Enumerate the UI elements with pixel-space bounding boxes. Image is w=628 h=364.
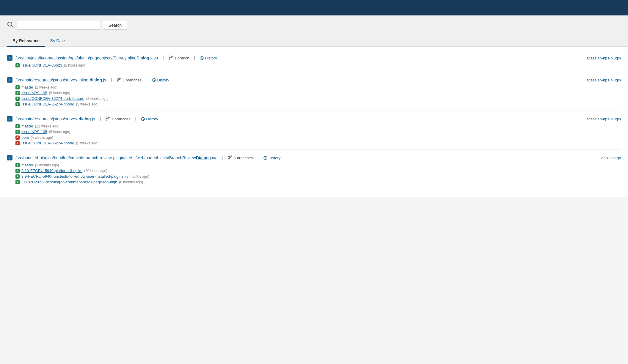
repo-name-3: atlassian-nps-plugin — [586, 117, 621, 121]
search-bar: dialog Search — [0, 15, 628, 35]
branch-item-name[interactable]: issue/NPS-105 — [21, 130, 47, 134]
branch-count: 3 branches — [123, 78, 142, 82]
separator: | — [163, 56, 164, 60]
branch-item-name[interactable]: 3.9-FECRU-5940-functests-for-empty-user-… — [21, 174, 123, 179]
tab-by-relevance[interactable]: By Relevance — [7, 35, 45, 47]
branch-item-name[interactable]: FECRU-5859-scrolling-to-comment-scroll-p… — [21, 180, 117, 184]
path-highlight: Dialog — [136, 56, 149, 60]
branch-item: +master(11 weeks ago) — [15, 124, 621, 128]
result-header-3: +/src/main/resources/js/nps/survey-dialo… — [7, 116, 621, 122]
branch-item-time: (5 weeks ago) — [76, 141, 98, 145]
branch-item-name[interactable]: issue/CONFDEV-35274-phong — [21, 102, 74, 106]
repo-name-1: atlassian-nps-plugin — [586, 56, 621, 60]
branch-info-1: 1 branch — [169, 56, 189, 61]
result-header-4: +/src/bundled-plugins/bundled/crucible-b… — [7, 155, 621, 160]
search-icon — [7, 21, 14, 29]
branch-item-name[interactable]: issue/CONFDEV-35274-phong — [21, 141, 74, 145]
branch-item: +issue/CONFDEV-36623(2 hours ago) — [15, 63, 621, 67]
result-header-1: +/src/test/java/it/com/atlassian/nps/plu… — [7, 55, 621, 61]
branch-item-time: (3 months ago) — [35, 163, 59, 167]
branch-item-name[interactable]: issue/NPS-105 — [21, 91, 47, 95]
path-highlight: dialog — [90, 78, 102, 82]
file-path-link-2[interactable]: /src/main/resources/js/nps/survey-inline… — [15, 78, 106, 82]
search-input[interactable]: dialog — [17, 21, 100, 30]
branch-list-2: +master(2 weeks ago)+issue/NPS-105(5 hou… — [15, 85, 621, 106]
branch-item-name[interactable]: 3.10-FECRU-5949-platform-3-spike — [21, 168, 82, 173]
branch-item-icon-green: + — [15, 169, 20, 173]
branch-item-icon-green: + — [15, 163, 20, 167]
result-item-1: +/src/test/java/it/com/atlassian/nps/plu… — [7, 50, 621, 72]
top-bar — [0, 0, 628, 15]
branch-item: +issue/CONFDEV-35274-phong(5 weeks ago) — [15, 141, 621, 145]
branch-item-name[interactable]: master — [21, 124, 33, 128]
branch-item-icon-green: + — [15, 63, 20, 67]
branch-item-time: (5 hours ago) — [49, 91, 70, 95]
search-button[interactable]: Search — [103, 21, 127, 30]
file-icon-4: + — [7, 155, 12, 160]
branch-item: +master(3 months ago) — [15, 163, 621, 167]
file-path-link-4[interactable]: /src/bundled-plugins/bundled/crucible-br… — [15, 155, 217, 160]
branch-item-time: (2 weeks ago) — [35, 85, 57, 89]
history-link-4[interactable]: History — [263, 156, 280, 160]
branch-item-icon-green: + — [15, 180, 20, 184]
branch-info-3: 7 branches — [106, 116, 130, 122]
branch-item-time: (4 weeks ago) — [31, 135, 53, 140]
separator-2: | — [146, 78, 147, 82]
path-highlight: Dialog — [196, 155, 209, 160]
branch-item-name[interactable]: master — [21, 85, 33, 89]
file-path-link-3[interactable]: /src/main/resources/js/nps/survey-dialog… — [15, 116, 95, 121]
branch-item: +3.10-FECRU-5949-platform-3-spike(30 hou… — [15, 168, 621, 173]
branch-item-time: (11 weeks ago) — [35, 124, 59, 128]
branch-item-name[interactable]: master — [21, 163, 33, 167]
branch-item: +FECRU-5859-scrolling-to-comment-scroll-… — [15, 180, 621, 184]
tabs-bar: By Relevance By Date — [0, 35, 628, 47]
history-link-3[interactable]: History — [141, 117, 158, 121]
branch-icon — [117, 78, 121, 83]
branch-list-1: +issue/CONFDEV-36623(2 hours ago) — [15, 63, 621, 67]
branch-item: +pom(4 weeks ago) — [15, 135, 621, 140]
history-link-2[interactable]: History — [152, 78, 169, 82]
repo-name-2: atlassian-nps-plugin — [586, 78, 621, 82]
branch-item-name[interactable]: issue/CONFDEV-35274-dark-feature — [21, 96, 84, 101]
tab-by-date[interactable]: By Date — [45, 35, 70, 47]
branch-item-name[interactable]: issue/CONFDEV-36623 — [21, 63, 62, 67]
branch-item-icon-red: + — [15, 141, 20, 145]
branch-item-time: (3 months ago) — [125, 174, 149, 179]
result-header-2: +/src/main/resources/js/nps/survey-inlin… — [7, 77, 621, 83]
branch-item-time: (8 months ago) — [119, 180, 143, 184]
path-suffix: .java — [209, 155, 218, 160]
branch-list-4: +master(3 months ago)+3.10-FECRU-5949-pl… — [15, 163, 621, 184]
svg-point-14 — [228, 156, 230, 157]
branch-icon — [106, 116, 110, 122]
branch-item: +3.9-FECRU-5940-functests-for-empty-user… — [15, 174, 621, 179]
svg-point-16 — [228, 158, 230, 159]
path-suffix: .js — [102, 78, 106, 82]
branch-list-3: +master(11 weeks ago)+issue/NPS-105(5 ho… — [15, 124, 621, 145]
branch-item-time: (2 weeks ago) — [86, 97, 109, 101]
branch-item: +issue/NPS-105(5 hours ago) — [15, 91, 621, 95]
branch-item-icon-red: + — [15, 135, 20, 140]
branch-count: 1 branch — [174, 56, 189, 60]
branch-item-icon-green: + — [15, 124, 20, 128]
repo-name-4: applinks-git — [601, 156, 621, 160]
svg-point-10 — [106, 117, 107, 118]
branch-info-4: 6 branches — [228, 155, 253, 160]
path-prefix: /src/bundled-plugins/bundled/crucible-br… — [15, 155, 196, 160]
branch-icon — [228, 155, 232, 160]
result-item-3: +/src/main/resources/js/nps/survey-dialo… — [7, 111, 621, 150]
separator-2: | — [258, 155, 259, 160]
branch-item-name[interactable]: pom — [21, 135, 29, 140]
branch-item-time: (5 hours ago) — [49, 130, 70, 134]
branch-item-icon-green: + — [15, 91, 20, 95]
branch-item-time: (2 hours ago) — [64, 63, 85, 67]
branch-item-icon-green: + — [15, 174, 20, 179]
branch-item-icon-green: + — [15, 102, 20, 106]
path-prefix: /src/test/java/it/com/atlassian/nps/plug… — [15, 56, 136, 60]
svg-point-8 — [117, 80, 118, 81]
separator: | — [100, 116, 101, 121]
result-item-4: +/src/bundled-plugins/bundled/crucible-b… — [7, 150, 621, 188]
svg-line-1 — [12, 26, 13, 27]
history-link-1[interactable]: History — [200, 56, 217, 60]
file-icon-3: + — [7, 116, 12, 122]
file-path-link-1[interactable]: /src/test/java/it/com/atlassian/nps/plug… — [15, 56, 158, 60]
